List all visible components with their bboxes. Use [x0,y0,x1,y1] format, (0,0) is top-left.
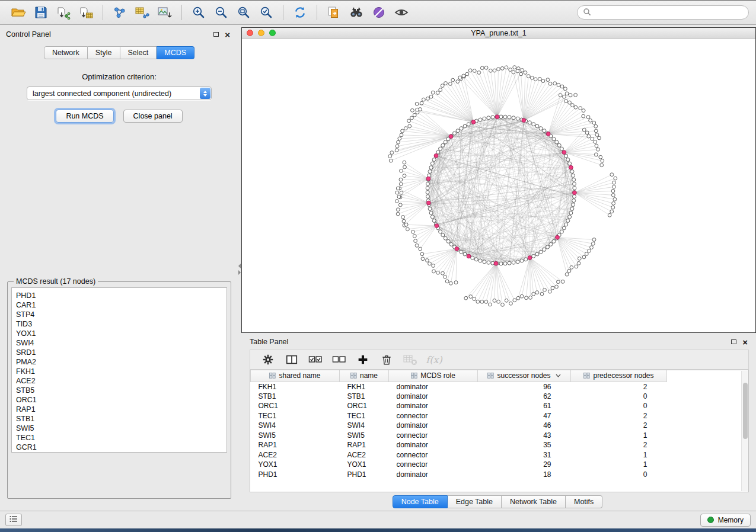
table-scrollbar[interactable] [741,371,748,491]
column-header-name[interactable]: name [340,370,389,382]
table-cell[interactable]: RAP1 [340,440,389,450]
mcds-result-item[interactable]: SRD1 [16,348,227,357]
close-panel-icon[interactable]: × [225,30,230,39]
tab-mcds[interactable]: MCDS [157,46,194,59]
table-cell[interactable]: TEC1 [251,411,340,421]
mcds-result-item[interactable]: STP4 [16,310,227,319]
table-row[interactable]: FKH1FKH1dominator962 [251,382,667,392]
table-cell[interactable]: dominator [389,392,478,402]
zoom-selected-button[interactable] [255,2,277,23]
tab-motifs[interactable]: Motifs [566,495,602,508]
table-cell[interactable]: dominator [389,382,478,392]
new-network-button[interactable] [109,2,131,23]
mcds-result-item[interactable]: SWI5 [16,424,227,433]
column-layout-button[interactable] [281,351,302,368]
zoom-in-button[interactable] [187,2,210,23]
mcds-result-item[interactable]: TID3 [16,319,227,329]
table-cell[interactable]: RAP1 [251,440,340,450]
table-cell[interactable]: PHD1 [340,470,389,480]
table-cell[interactable]: 0 [571,392,667,402]
mcds-result-item[interactable]: ACE2 [16,376,227,386]
table-row[interactable]: SWI5SWI5connector431 [251,431,667,441]
scrollbar-thumb[interactable] [743,383,748,439]
mcds-result-list[interactable]: PHD1CAR1STP4TID3YOX1SWI4SRD1PMA2FKH1ACE2… [11,287,227,453]
panel-splitter[interactable] [237,27,241,511]
delete-entry-button[interactable] [376,351,397,368]
zoom-fit-content-button[interactable] [232,2,255,23]
table-cell[interactable]: 1 [571,450,667,460]
new-network-from-table-button[interactable] [131,2,154,23]
column-header-predecessor-nodes[interactable]: predecessor nodes [571,370,667,382]
table-cell[interactable]: 62 [478,392,571,402]
network-canvas[interactable] [242,39,755,332]
table-cell[interactable]: ACE2 [251,450,340,460]
mcds-result-item[interactable]: PMA2 [16,357,227,367]
run-mcds-button[interactable]: Run MCDS [56,110,113,123]
column-header-shared-name[interactable]: shared name [251,370,340,382]
table-row[interactable]: ORC1ORC1dominator610 [251,401,667,411]
tab-network-table[interactable]: Network Table [502,495,566,508]
mcds-result-item[interactable]: RAP1 [16,405,227,414]
table-cell[interactable]: 31 [478,450,571,460]
mcds-result-item[interactable]: GCR1 [16,443,227,452]
select-all-check-button[interactable] [305,351,326,368]
save-session-button[interactable] [30,2,52,23]
table-cell[interactable]: ACE2 [340,450,389,460]
table-cell[interactable]: connector [389,411,478,421]
table-cell[interactable]: SWI5 [251,431,340,441]
table-row[interactable]: ACE2ACE2connector311 [251,450,667,460]
table-cell[interactable]: dominator [389,401,478,411]
show-hide-panel-button[interactable] [390,2,413,23]
table-cell[interactable]: dominator [389,470,478,480]
apply-style-button[interactable] [368,2,390,23]
close-panel-button[interactable]: Close panel [123,110,183,123]
table-cell[interactable]: YOX1 [340,460,389,470]
table-cell[interactable]: 46 [478,421,571,431]
deselect-all-button[interactable] [328,351,350,368]
mcds-result-item[interactable]: CAR1 [16,300,227,310]
mcds-result-item[interactable]: ORC1 [16,395,227,405]
table-cell[interactable]: PHD1 [251,470,340,480]
table-row[interactable]: YOX1YOX1connector291 [251,460,667,470]
table-cell[interactable]: 1 [571,460,667,470]
tab-node-table[interactable]: Node Table [393,495,448,508]
memory-button[interactable]: Memory [700,514,751,527]
mcds-result-item[interactable]: FKH1 [16,367,227,376]
table-cell[interactable]: 1 [571,431,667,441]
table-cell[interactable]: 47 [478,411,571,421]
mcds-result-item[interactable]: YOX1 [16,329,227,338]
table-cell[interactable]: ORC1 [340,401,389,411]
table-cell[interactable]: dominator [389,440,478,450]
float-panel-icon[interactable] [731,339,736,344]
table-cell[interactable]: SWI5 [340,431,389,441]
window-close-icon[interactable] [247,30,253,36]
table-cell[interactable]: 2 [571,411,667,421]
table-cell[interactable]: YOX1 [251,460,340,470]
search-input[interactable] [595,8,743,17]
zoom-out-button[interactable] [210,2,232,23]
optimization-criterion-select[interactable]: largest connected component (undirected) [27,86,212,100]
status-menu-button[interactable] [5,514,22,526]
table-cell[interactable]: connector [389,431,478,441]
table-row[interactable]: STB1STB1dominator620 [251,392,667,402]
export-image-button[interactable] [154,2,176,23]
table-cell[interactable]: 2 [571,382,667,392]
float-panel-icon[interactable] [213,32,219,37]
table-cell[interactable]: 61 [478,401,571,411]
tab-select[interactable]: Select [120,46,157,59]
mcds-result-item[interactable]: PHD1 [16,291,227,300]
table-cell[interactable]: 18 [478,470,571,480]
table-cell[interactable]: SWI4 [251,421,340,431]
table-cell[interactable]: STB1 [251,392,340,402]
import-table-from-file-button[interactable] [75,2,97,23]
window-zoom-icon[interactable] [269,30,276,36]
refresh-view-button[interactable] [289,2,311,23]
table-cell[interactable]: 0 [571,470,667,480]
table-cell[interactable]: connector [389,450,478,460]
find-button[interactable] [345,2,368,23]
column-header-successor-nodes[interactable]: successor nodes [478,370,571,382]
table-cell[interactable]: TEC1 [340,411,389,421]
table-cell[interactable]: 2 [571,440,667,450]
tab-network[interactable]: Network [44,46,88,59]
collapse-right-icon[interactable] [238,270,241,275]
